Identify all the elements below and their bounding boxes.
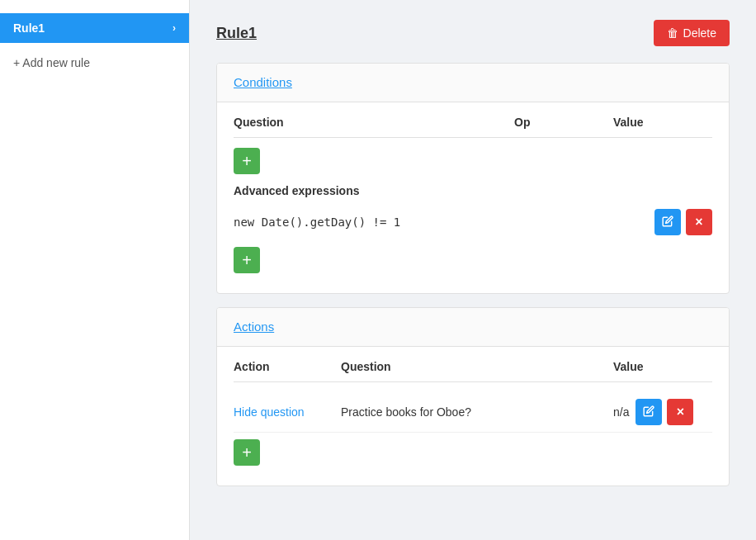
main-content: Rule1 🗑 Delete Conditions Question Op Va… (190, 0, 756, 540)
conditions-col-question: Question (234, 116, 514, 129)
sidebar-rule1-label: Rule1 (13, 21, 45, 35)
sidebar: Rule1 › + Add new rule (0, 0, 190, 540)
actions-col-action: Action (234, 360, 341, 373)
add-action-button[interactable]: + (234, 439, 260, 466)
actions-body: Action Question Value Hide question Prac… (217, 347, 729, 486)
plus-icon: + (242, 153, 252, 169)
page-header: Rule1 🗑 Delete (216, 20, 730, 46)
actions-header: Actions (217, 308, 729, 347)
plus-icon-3: + (242, 444, 252, 461)
conditions-col-op: Op (514, 116, 613, 129)
table-row: Hide question Practice books for Oboe? n… (234, 392, 712, 433)
conditions-title[interactable]: Conditions (234, 75, 292, 89)
conditions-body: Question Op Value + Advanced expressions… (217, 102, 729, 293)
action-name: Hide question (234, 405, 341, 419)
chevron-right-icon: › (172, 22, 176, 34)
add-new-rule-label: + Add new rule (13, 56, 90, 69)
close-icon: × (695, 215, 702, 230)
conditions-table-header: Question Op Value (234, 116, 712, 138)
edit-expression-button[interactable] (654, 209, 681, 235)
actions-col-question: Question (341, 360, 613, 373)
remove-action-button[interactable]: × (667, 399, 693, 425)
delete-button[interactable]: 🗑 Delete (654, 20, 730, 46)
remove-expression-button[interactable]: × (686, 209, 712, 235)
delete-label: Delete (683, 26, 716, 40)
actions-col-value: Value (613, 360, 712, 373)
actions-title[interactable]: Actions (234, 320, 274, 334)
advanced-expressions-label: Advanced expressions (234, 184, 712, 197)
trash-icon: 🗑 (667, 26, 678, 40)
edit-action-button[interactable] (636, 399, 662, 425)
expression-text: new Date().getDay() != 1 (234, 216, 400, 229)
conditions-col-value: Value (613, 116, 712, 129)
action-value-and-btns: n/a × (613, 399, 712, 425)
action-value: n/a (613, 405, 629, 419)
plus-icon-2: + (242, 252, 252, 268)
actions-section: Actions Action Question Value Hide quest… (216, 307, 730, 486)
expression-action-buttons: × (654, 209, 712, 235)
sidebar-rule1-item[interactable]: Rule1 › (0, 13, 189, 43)
edit-action-icon (643, 405, 654, 419)
add-expression-button[interactable]: + (234, 247, 260, 273)
conditions-header: Conditions (217, 64, 729, 102)
expression-row: new Date().getDay() != 1 × (234, 204, 712, 240)
add-new-rule-button[interactable]: + Add new rule (0, 50, 189, 76)
conditions-section: Conditions Question Op Value + Advanced … (216, 63, 730, 294)
action-question: Practice books for Oboe? (341, 405, 613, 419)
edit-icon (662, 216, 673, 230)
action-row-buttons: × (636, 399, 693, 425)
actions-table-header: Action Question Value (234, 360, 712, 382)
close-action-icon: × (677, 405, 684, 419)
page-title: Rule1 (216, 25, 257, 42)
add-condition-button[interactable]: + (234, 148, 260, 174)
